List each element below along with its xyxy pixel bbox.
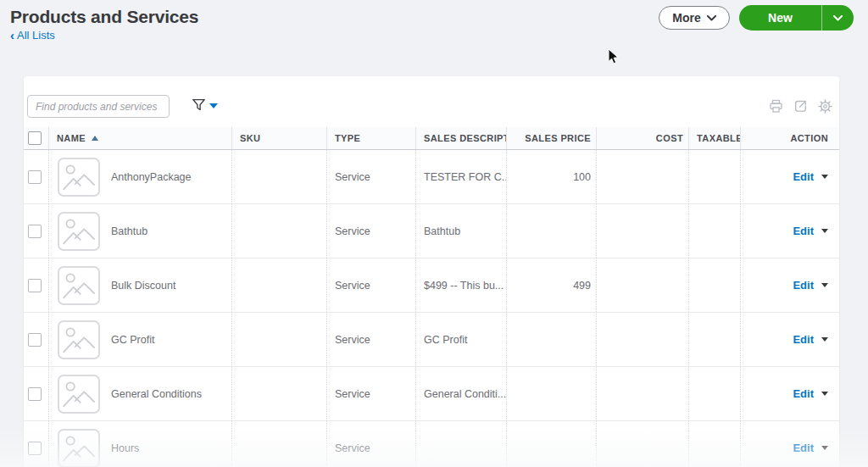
- row-checkbox[interactable]: [28, 170, 42, 184]
- table-row: AnthonyPackage Service TESTER FOR C... 1…: [24, 150, 839, 204]
- product-thumbnail: [58, 375, 100, 414]
- product-taxable: [688, 259, 740, 312]
- edit-dropdown-caret[interactable]: [821, 337, 828, 342]
- product-type: Service: [326, 421, 415, 467]
- table-row: Bathtub Service Bathtub Edit: [24, 204, 839, 259]
- col-header-sales-price: SALES PRICE: [506, 127, 596, 149]
- more-button[interactable]: More: [659, 6, 730, 30]
- edit-dropdown-caret[interactable]: [821, 446, 828, 450]
- edit-dropdown-caret[interactable]: [821, 392, 828, 396]
- col-header-name[interactable]: NAME: [48, 127, 231, 149]
- col-header-taxable: TAXABLE: [688, 127, 740, 149]
- product-thumbnail: [58, 158, 100, 197]
- product-name-cell: GC Profit: [48, 313, 231, 366]
- edit-button[interactable]: Edit: [793, 170, 814, 183]
- row-checkbox[interactable]: [28, 225, 42, 238]
- row-checkbox[interactable]: [28, 279, 42, 292]
- row-checkbox[interactable]: [28, 442, 42, 455]
- image-placeholder-icon: [62, 433, 96, 464]
- row-checkbox-cell: [24, 313, 48, 366]
- col-header-action: ACTION: [740, 127, 839, 149]
- table-body: AnthonyPackage Service TESTER FOR C... 1…: [24, 150, 839, 467]
- image-placeholder-icon: [62, 270, 96, 301]
- product-cost: [596, 421, 688, 467]
- product-name: GC Profit: [111, 334, 154, 346]
- col-header-cost: COST: [596, 127, 688, 149]
- print-button[interactable]: [766, 97, 785, 115]
- product-type: Service: [326, 367, 415, 420]
- product-cost: [596, 313, 688, 366]
- product-sales-description: [415, 421, 506, 467]
- product-sales-price: [506, 204, 596, 258]
- printer-icon: [768, 98, 784, 114]
- table-row: Hours Service Edit: [24, 421, 839, 467]
- edit-button[interactable]: Edit: [793, 442, 814, 454]
- table-row: General Conditions Service General Condi…: [24, 367, 839, 421]
- product-sales-description: $499 -- This bu...: [415, 259, 506, 312]
- edit-button[interactable]: Edit: [793, 279, 814, 292]
- product-cost: [596, 150, 688, 203]
- all-lists-link[interactable]: ‹ All Lists: [10, 29, 55, 42]
- product-thumbnail: [58, 320, 100, 359]
- more-button-label: More: [672, 11, 700, 25]
- product-name: Hours: [111, 442, 139, 454]
- product-sales-description: GC Profit: [415, 313, 506, 366]
- row-checkbox[interactable]: [28, 333, 42, 347]
- product-sku: [231, 313, 326, 366]
- product-cost: [596, 259, 688, 312]
- page-title: Products and Services: [10, 7, 198, 27]
- search-input[interactable]: [27, 95, 170, 118]
- table-toolbar-icons: [766, 97, 834, 115]
- col-header-type: TYPE: [326, 127, 415, 149]
- product-name-cell: Hours: [48, 421, 231, 467]
- image-placeholder-icon: [62, 325, 96, 355]
- product-sales-price: [506, 313, 596, 366]
- select-all-checkbox[interactable]: [28, 131, 42, 145]
- row-checkbox-cell: [24, 367, 48, 420]
- product-name: General Conditions: [111, 388, 202, 400]
- new-button[interactable]: New: [739, 5, 822, 31]
- product-taxable: [688, 150, 740, 203]
- filter-button[interactable]: [191, 97, 218, 113]
- export-button[interactable]: [791, 97, 810, 115]
- row-action-cell: Edit: [740, 313, 839, 366]
- product-sales-description: General Conditi...: [415, 367, 506, 420]
- product-thumbnail: [58, 266, 100, 305]
- edit-button[interactable]: Edit: [793, 333, 814, 346]
- product-thumbnail: [58, 429, 100, 467]
- table-header-row: NAME SKU TYPE SALES DESCRIPTION SALES PR…: [24, 127, 839, 150]
- funnel-icon: [191, 97, 207, 113]
- new-split-button[interactable]: New: [739, 5, 854, 31]
- settings-button[interactable]: [815, 97, 834, 115]
- filter-dropdown-caret-icon: [209, 103, 218, 108]
- back-chevron-icon: ‹: [10, 30, 14, 41]
- product-sku: [231, 150, 326, 203]
- product-sku: [231, 259, 326, 312]
- row-checkbox-cell: [24, 204, 48, 258]
- edit-button[interactable]: Edit: [793, 387, 814, 400]
- gear-icon: [817, 98, 833, 114]
- new-button-label: New: [768, 11, 793, 25]
- product-sku: [231, 204, 326, 258]
- row-action-cell: Edit: [740, 204, 839, 258]
- product-type: Service: [326, 313, 415, 366]
- product-name-cell: Bulk Discount: [48, 259, 231, 312]
- new-dropdown-button[interactable]: [822, 5, 854, 31]
- product-name: Bulk Discount: [111, 280, 175, 292]
- image-placeholder-icon: [62, 216, 96, 247]
- chevron-down-icon: [833, 15, 843, 21]
- edit-dropdown-caret[interactable]: [821, 229, 828, 233]
- product-type: Service: [326, 150, 415, 203]
- product-taxable: [688, 421, 740, 467]
- image-placeholder-icon: [62, 162, 96, 192]
- row-action-cell: Edit: [740, 150, 839, 203]
- edit-dropdown-caret[interactable]: [821, 283, 828, 287]
- product-sales-description: Bathtub: [415, 204, 506, 258]
- product-name: AnthonyPackage: [111, 171, 192, 183]
- row-checkbox[interactable]: [28, 387, 42, 401]
- edit-dropdown-caret[interactable]: [821, 175, 828, 179]
- edit-button[interactable]: Edit: [793, 225, 814, 237]
- export-icon: [793, 98, 809, 114]
- product-sales-price: 100: [506, 150, 596, 203]
- product-name: Bathtub: [111, 225, 147, 237]
